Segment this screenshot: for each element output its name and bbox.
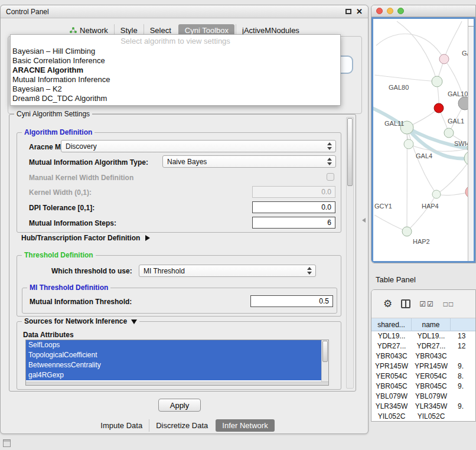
network-node[interactable] xyxy=(434,103,444,113)
table-row[interactable]: YPR145WYPR145W9. xyxy=(371,361,475,371)
tab-infer-network[interactable]: Infer Network xyxy=(216,419,274,432)
hub-definition-toggle[interactable]: Hub/Transcription Factor Definition xyxy=(21,234,150,242)
network-node-label: GAL4 xyxy=(416,152,432,159)
algorithm-option[interactable]: Basic Correlation Inference xyxy=(11,56,340,66)
attribute-list-item[interactable]: gal4RGexp xyxy=(26,370,321,380)
attribute-list-item[interactable]: SelfLoops xyxy=(26,340,321,350)
network-node[interactable] xyxy=(444,128,454,138)
attribute-list-item[interactable]: TopologicalCoefficient xyxy=(26,350,321,360)
data-attributes-label: Data Attributes xyxy=(23,329,74,341)
table-cell: 9. xyxy=(451,361,475,371)
tab-label: jActiveMNodules xyxy=(242,26,299,35)
table-cell: YBR045C xyxy=(412,381,451,392)
table-cell: YBL079W xyxy=(412,392,451,402)
scrollbar-button[interactable] xyxy=(468,19,474,27)
table-cell: YDL19... xyxy=(371,331,412,341)
apply-button[interactable]: Apply xyxy=(158,399,201,412)
data-attributes-items: SelfLoopsTopologicalCoefficientBetweenne… xyxy=(26,340,321,381)
kernel-width-input[interactable] xyxy=(252,186,335,198)
aracne-mode-select[interactable]: Discovery xyxy=(61,140,336,152)
dropdown-prompt: Select algorithm to view settings xyxy=(11,35,340,47)
float-window-icon[interactable] xyxy=(345,9,351,14)
network-edge[interactable] xyxy=(407,194,436,231)
algorithm-definition-group: Algorithm Definition Aracne Mode: Discov… xyxy=(17,132,341,233)
table-column-header[interactable]: name xyxy=(412,318,451,331)
table-cell: YPR145W xyxy=(412,361,451,371)
algorithm-option[interactable]: ARACNE Algorithm xyxy=(11,66,340,75)
network-edge[interactable] xyxy=(374,75,437,81)
network-node[interactable] xyxy=(432,76,442,87)
table-row[interactable]: YIL052CYIL052C xyxy=(371,412,475,422)
table-row[interactable]: YBR043CYBR043C xyxy=(371,351,475,361)
hub-definition-label: Hub/Transcription Factor Definition xyxy=(21,234,140,242)
table-row[interactable]: YBL079WYBL079W xyxy=(371,392,475,402)
select-all-checkbox-icon[interactable]: ☑☑ xyxy=(419,300,435,308)
network-scrollbar[interactable] xyxy=(468,19,474,261)
algorithm-option[interactable]: Bayesian – Hill Climbing xyxy=(11,47,340,56)
manual-kernel-label: Manual Kernel Width Definition xyxy=(29,172,133,184)
splitter-collapse-icon[interactable] xyxy=(362,218,366,223)
attribute-list-item[interactable]: BetweennessCentrality xyxy=(26,360,321,370)
data-attributes-list[interactable]: SelfLoopsTopologicalCoefficientBetweenne… xyxy=(25,340,329,386)
network-edge[interactable] xyxy=(376,34,444,59)
sources-group-title[interactable]: Sources for Network Inference xyxy=(22,317,139,325)
algorithm-option[interactable]: Bayesian – K2 xyxy=(11,84,340,94)
table-row[interactable]: YDL19...YDL19...13 xyxy=(371,331,475,341)
gear-icon[interactable]: ⚙ xyxy=(383,299,392,309)
mi-threshold-input[interactable] xyxy=(250,295,333,307)
control-panel-window: Control Panel ✕ Network Style Select Cyn… xyxy=(0,5,369,434)
tab-discretize-data[interactable]: Discretize Data xyxy=(149,419,214,432)
network-node[interactable] xyxy=(404,139,413,149)
table-column-header[interactable] xyxy=(451,318,475,331)
collapsed-panel-icon[interactable] xyxy=(3,439,11,447)
network-edge[interactable] xyxy=(436,158,470,194)
mi-type-select[interactable]: Naive Bayes xyxy=(162,155,336,168)
table-cell: YDR27... xyxy=(371,341,412,351)
algorithm-dropdown: Select algorithm to view settings Bayesi… xyxy=(10,34,341,106)
table-row[interactable]: YBR045CYBR045C9. xyxy=(371,381,475,392)
table-cell: YER054C xyxy=(412,371,451,381)
table-cell: 9. xyxy=(451,381,475,392)
network-canvas[interactable]: GALGAL80GAL10GAL11GAL1SWI4GAL4GCY1HAP4YH… xyxy=(371,17,475,263)
table-cell: YPR145W xyxy=(371,361,412,371)
mi-steps-input[interactable] xyxy=(252,217,335,229)
which-threshold-select[interactable]: MI Threshold xyxy=(139,265,316,277)
network-graph[interactable]: GALGAL80GAL10GAL11GAL1SWI4GAL4GCY1HAP4YH… xyxy=(373,19,470,260)
network-node-label: GAL10 xyxy=(448,90,468,97)
manual-kernel-checkbox[interactable] xyxy=(327,173,334,181)
scrollbar-thumb[interactable] xyxy=(322,341,328,362)
table-panel-window: ⚙ ☑☑ □□ shared...name YDL19...YDL19...13… xyxy=(371,289,476,422)
network-node[interactable] xyxy=(439,54,449,64)
table-row[interactable]: YLR345WYLR345W9. xyxy=(371,402,475,412)
table-column-header[interactable]: shared... xyxy=(371,318,412,331)
close-traffic-light-icon[interactable] xyxy=(376,8,383,14)
scrollbar-thumb[interactable] xyxy=(347,118,353,186)
network-edge[interactable] xyxy=(436,192,470,195)
columns-icon[interactable] xyxy=(401,299,410,308)
algorithm-option[interactable]: Mutual Information Inference xyxy=(11,75,340,84)
algorithm-option[interactable]: Dream8 DC_TDC Algorithm xyxy=(11,94,340,103)
network-edge[interactable] xyxy=(374,215,407,231)
close-window-icon[interactable]: ✕ xyxy=(356,8,363,15)
minimize-traffic-light-icon[interactable] xyxy=(387,8,393,14)
control-panel-titlebar[interactable]: Control Panel ✕ xyxy=(1,5,368,18)
network-node[interactable] xyxy=(432,190,441,198)
table-row[interactable]: YDR27...YDR27...12 xyxy=(371,341,475,351)
deselect-all-checkbox-icon[interactable]: □□ xyxy=(444,300,455,308)
network-node[interactable] xyxy=(402,227,412,236)
zoom-traffic-light-icon[interactable] xyxy=(397,8,404,14)
table-row[interactable]: YER054CYER054C8. xyxy=(371,371,475,381)
table-toolbar: ⚙ ☑☑ □□ xyxy=(371,290,475,318)
network-edge[interactable] xyxy=(444,21,462,59)
algorithm-definition-title: Algorithm Definition xyxy=(22,128,94,136)
tab-impute-data[interactable]: Impute Data xyxy=(94,419,149,432)
attributes-horizontal-scrollbar[interactable] xyxy=(26,381,328,385)
network-window-titlebar[interactable] xyxy=(371,5,475,17)
table-cell: YLR345W xyxy=(371,402,412,412)
attributes-vertical-scrollbar[interactable] xyxy=(321,340,328,381)
settings-group-title: Cyni Algorithm Settings xyxy=(14,110,92,118)
network-edge[interactable] xyxy=(397,21,437,81)
table-cell: 13 xyxy=(451,331,475,341)
settings-scrollbar[interactable] xyxy=(346,117,354,389)
dpi-tolerance-input[interactable] xyxy=(252,201,335,213)
